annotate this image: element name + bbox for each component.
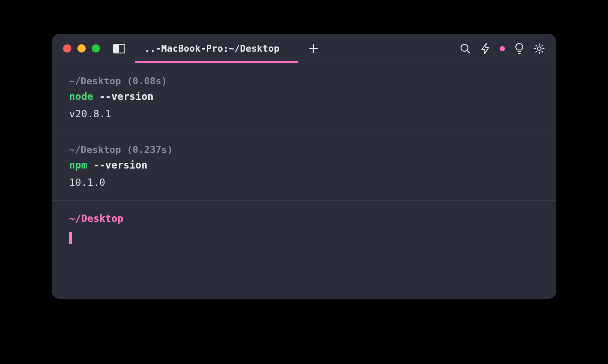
command-name: npm — [69, 159, 87, 171]
maximize-button[interactable] — [92, 44, 100, 53]
context-line: ~/Desktop (0.08s) — [69, 76, 539, 86]
bolt-icon[interactable] — [481, 43, 490, 55]
command-args: --version — [93, 159, 147, 171]
prompt-block[interactable]: ~/Desktop — [52, 201, 556, 258]
tab-underline — [135, 61, 298, 63]
svg-point-9 — [538, 47, 541, 50]
terminal-body[interactable]: ~/Desktop (0.08s) node --version v20.8.1… — [52, 63, 556, 299]
command-args: --version — [99, 91, 154, 102]
titlebar: ..-MacBook-Pro:~/Desktop — [52, 34, 556, 63]
traffic-lights — [63, 44, 100, 53]
context-path: ~/Desktop — [69, 144, 121, 155]
command-block[interactable]: ~/Desktop (0.237s) npm --version 10.1.0 — [52, 132, 556, 201]
tab-active[interactable]: ..-MacBook-Pro:~/Desktop — [136, 34, 297, 63]
minimize-button[interactable] — [77, 44, 86, 53]
prompt-path: ~/Desktop — [69, 213, 539, 224]
context-line: ~/Desktop (0.237s) — [69, 144, 539, 155]
terminal-window: ..-MacBook-Pro:~/Desktop — [52, 34, 556, 299]
svg-rect-1 — [114, 44, 119, 53]
context-timing: (0.08s) — [127, 76, 167, 86]
command-line: node --version — [69, 91, 539, 102]
command-output: v20.8.1 — [69, 108, 539, 119]
split-panels-icon[interactable] — [113, 44, 125, 53]
search-icon[interactable] — [460, 43, 471, 54]
context-path: ~/Desktop — [69, 76, 121, 86]
command-block[interactable]: ~/Desktop (0.08s) node --version v20.8.1 — [52, 63, 556, 132]
close-button[interactable] — [63, 44, 71, 53]
context-timing: (0.237s) — [127, 144, 173, 155]
lightbulb-icon[interactable] — [514, 43, 524, 55]
new-tab-button[interactable] — [306, 41, 321, 56]
command-name: node — [69, 91, 93, 102]
cursor — [69, 232, 72, 244]
command-line: npm --version — [69, 159, 539, 171]
toolbar-right — [460, 43, 545, 55]
status-dot-icon[interactable] — [500, 46, 505, 51]
tab-title: ..-MacBook-Pro:~/Desktop — [144, 43, 280, 54]
command-output: 10.1.0 — [69, 177, 539, 188]
gear-icon[interactable] — [534, 43, 545, 54]
svg-marker-6 — [482, 43, 489, 54]
svg-line-5 — [467, 50, 470, 53]
